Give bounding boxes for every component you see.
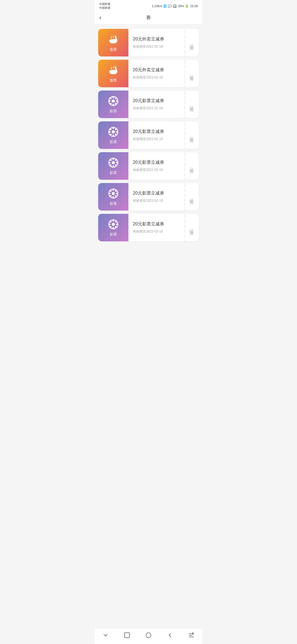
battery-level: 20% bbox=[178, 4, 184, 8]
svg-point-8 bbox=[112, 97, 114, 98]
coupon-validity: 有效期至2022-02-19 bbox=[133, 168, 180, 172]
svg-point-14 bbox=[115, 98, 117, 99]
svg-point-31 bbox=[116, 162, 118, 163]
coupon-icon-section-movie: 影票 bbox=[98, 152, 128, 180]
carrier-name: 中国联通 bbox=[99, 2, 110, 6]
svg-point-28 bbox=[112, 158, 114, 160]
coupon-info: 20元影票立减券有效期至2022-02-19 bbox=[128, 214, 185, 241]
film-reel-icon bbox=[107, 187, 119, 200]
coupon-type-label: 影票 bbox=[110, 232, 117, 237]
coupon-validity: 有效期至2022-02-19 bbox=[133, 198, 180, 203]
svg-point-15 bbox=[110, 103, 112, 104]
coupon-type-label: 影票 bbox=[110, 201, 117, 206]
coupon-list: 饭票20元外卖立减券有效期至2022-02-18已使用 饭票20元外卖立减券有效… bbox=[95, 24, 202, 246]
coupon-title: 20元影票立减券 bbox=[133, 160, 180, 165]
headphone-icon: 🎧 bbox=[173, 4, 177, 8]
coupon-card[interactable]: 饭票20元外卖立减券有效期至2022-02-18已使用 bbox=[98, 60, 199, 87]
coupon-type-label: 影票 bbox=[110, 109, 117, 114]
coupon-title: 20元影票立减券 bbox=[133, 190, 180, 196]
battery-icon: 🔋 bbox=[185, 4, 189, 8]
coupon-card[interactable]: 影票20元影票立减券有效期至2022-02-19已使用 bbox=[98, 183, 199, 211]
coupon-status-section: 已使用 bbox=[185, 214, 199, 241]
svg-point-44 bbox=[115, 190, 117, 192]
status-badge: 已使用 bbox=[189, 72, 194, 75]
coupon-card[interactable]: 影票20元影票立减券有效期至2022-02-18已使用 bbox=[98, 91, 199, 118]
coupon-validity: 有效期至2022-02-18 bbox=[133, 75, 180, 80]
back-button[interactable]: ‹ bbox=[99, 15, 101, 21]
coupon-icon-section-food: 饭票 bbox=[98, 60, 128, 87]
svg-point-54 bbox=[115, 221, 117, 223]
coupon-card[interactable]: 影票20元影票立减券有效期至2022-02-19已使用 bbox=[98, 121, 199, 149]
svg-point-17 bbox=[112, 130, 115, 133]
status-bar: 中国联通 中国联通 1.23K/s 🌐 💬 🎧 20% 🔋 15:28 bbox=[95, 0, 202, 11]
svg-point-39 bbox=[112, 196, 114, 198]
film-reel-icon bbox=[107, 157, 119, 169]
coupon-status-section: 已使用 bbox=[185, 121, 199, 149]
svg-point-12 bbox=[110, 98, 112, 99]
status-badge: 已使用 bbox=[189, 195, 194, 198]
svg-point-55 bbox=[110, 226, 112, 228]
svg-point-7 bbox=[112, 100, 115, 103]
status-badge: 已使用 bbox=[189, 103, 194, 106]
svg-point-51 bbox=[116, 223, 118, 225]
svg-point-13 bbox=[115, 103, 117, 104]
svg-point-34 bbox=[115, 159, 117, 161]
coupon-info: 20元外卖立减券有效期至2022-02-18 bbox=[128, 60, 185, 87]
status-badge: 已使用 bbox=[189, 41, 194, 44]
svg-point-49 bbox=[112, 227, 114, 229]
coupon-card[interactable]: 影票20元影票立减券有效期至2022-02-19已使用 bbox=[98, 214, 199, 241]
svg-point-11 bbox=[116, 100, 118, 102]
svg-point-25 bbox=[110, 133, 112, 135]
clock: 15:28 bbox=[190, 4, 198, 8]
svg-point-10 bbox=[109, 100, 111, 102]
coupon-type-label: 影票 bbox=[110, 140, 117, 144]
svg-point-42 bbox=[110, 190, 112, 192]
svg-point-18 bbox=[112, 127, 114, 129]
svg-point-38 bbox=[112, 189, 114, 191]
food-bowl-icon bbox=[107, 64, 119, 76]
coupon-validity: 有效期至2022-02-18 bbox=[133, 44, 180, 49]
status-badge: 已使用 bbox=[189, 226, 194, 229]
svg-point-53 bbox=[115, 226, 117, 228]
svg-point-48 bbox=[112, 220, 114, 222]
coupon-status-section: 已使用 bbox=[185, 183, 199, 211]
svg-point-43 bbox=[115, 195, 117, 197]
coupon-type-label: 影票 bbox=[110, 170, 117, 175]
film-reel-icon bbox=[107, 126, 119, 138]
svg-point-9 bbox=[112, 104, 114, 105]
svg-point-24 bbox=[115, 129, 117, 130]
network-speed: 1.23K/s bbox=[152, 4, 162, 8]
svg-point-20 bbox=[109, 131, 111, 133]
status-badge: 已使用 bbox=[189, 133, 194, 137]
svg-point-29 bbox=[112, 165, 114, 167]
svg-point-30 bbox=[109, 162, 111, 163]
coupon-status-section: 已使用 bbox=[185, 91, 199, 118]
svg-point-32 bbox=[110, 159, 112, 161]
svg-point-27 bbox=[112, 161, 115, 164]
coupon-type-label: 饭票 bbox=[110, 47, 117, 52]
svg-point-21 bbox=[116, 131, 118, 133]
coupon-validity: 有效期至2022-02-19 bbox=[133, 137, 180, 141]
svg-point-33 bbox=[115, 164, 117, 166]
svg-point-23 bbox=[115, 133, 117, 135]
status-right: 1.23K/s 🌐 💬 🎧 20% 🔋 15:28 bbox=[152, 4, 198, 8]
page-title: 券 bbox=[146, 14, 151, 21]
coupon-title: 20元影票立减券 bbox=[133, 221, 180, 227]
coupon-title: 20元外卖立减券 bbox=[133, 67, 180, 73]
coupon-card[interactable]: 饭票20元外卖立减券有效期至2022-02-18已使用 bbox=[98, 29, 199, 56]
coupon-type-label: 饭票 bbox=[110, 78, 117, 83]
coupon-info: 20元影票立减券有效期至2022-02-19 bbox=[128, 152, 185, 180]
coupon-icon-section-movie: 影票 bbox=[98, 91, 128, 118]
svg-point-40 bbox=[109, 193, 111, 194]
svg-point-19 bbox=[112, 135, 114, 136]
coupon-icon-section-movie: 影票 bbox=[98, 214, 128, 241]
coupon-status-section: 已使用 bbox=[185, 60, 199, 87]
coupon-status-section: 已使用 bbox=[185, 152, 199, 180]
coupon-card[interactable]: 影票20元影票立减券有效期至2022-02-19已使用 bbox=[98, 152, 199, 180]
coupon-validity: 有效期至2022-02-19 bbox=[133, 229, 180, 234]
carrier-name2: 中国联通 bbox=[99, 6, 110, 10]
coupon-info: 20元影票立减券有效期至2022-02-19 bbox=[128, 121, 185, 149]
svg-point-50 bbox=[109, 223, 111, 225]
coupon-validity: 有效期至2022-02-18 bbox=[133, 106, 180, 111]
coupon-info: 20元影票立减券有效期至2022-02-18 bbox=[128, 91, 185, 118]
